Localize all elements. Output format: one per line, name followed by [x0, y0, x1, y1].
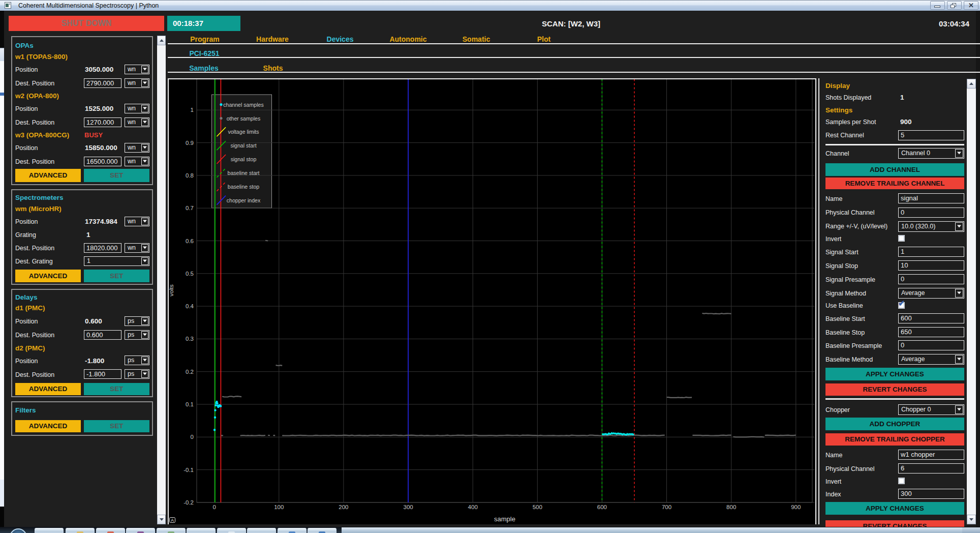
svg-text:0: 0	[212, 504, 216, 510]
svg-text:0.2: 0.2	[186, 369, 194, 375]
svg-text:900: 900	[791, 504, 801, 510]
svg-text:other samples: other samples	[227, 115, 261, 122]
svg-text:0.9: 0.9	[186, 140, 194, 146]
svg-text:0.1: 0.1	[186, 401, 194, 407]
svg-text:0.5: 0.5	[186, 271, 194, 277]
svg-text:400: 400	[468, 504, 478, 510]
svg-text:0.3: 0.3	[186, 336, 194, 342]
svg-text:baseline stop: baseline stop	[228, 184, 260, 190]
svg-text:A: A	[171, 518, 174, 523]
svg-text:0.6: 0.6	[186, 238, 194, 244]
svg-text:600: 600	[597, 504, 607, 510]
svg-text:700: 700	[662, 504, 671, 510]
svg-text:0.8: 0.8	[186, 172, 194, 179]
svg-text:800: 800	[726, 504, 736, 510]
svg-text:500: 500	[533, 504, 542, 510]
svg-text:volts: volts	[168, 284, 174, 297]
svg-text:chopper index: chopper index	[227, 197, 261, 203]
svg-text:baseline start: baseline start	[227, 170, 259, 176]
svg-text:-0.2: -0.2	[183, 499, 194, 506]
svg-text:300: 300	[404, 504, 413, 510]
svg-text:0.7: 0.7	[186, 205, 194, 211]
svg-text:sample: sample	[494, 515, 515, 523]
svg-text:voltage limits: voltage limits	[228, 129, 259, 135]
svg-text:-0.1: -0.1	[183, 467, 194, 473]
svg-text:0: 0	[191, 434, 194, 440]
svg-text:0.4: 0.4	[186, 303, 194, 309]
svg-text:200: 200	[339, 504, 348, 510]
svg-text:1: 1	[191, 107, 194, 113]
svg-text:signal start: signal start	[230, 142, 256, 149]
svg-text:channel samples: channel samples	[223, 102, 264, 108]
svg-text:signal stop: signal stop	[231, 156, 257, 162]
svg-text:100: 100	[274, 504, 284, 510]
